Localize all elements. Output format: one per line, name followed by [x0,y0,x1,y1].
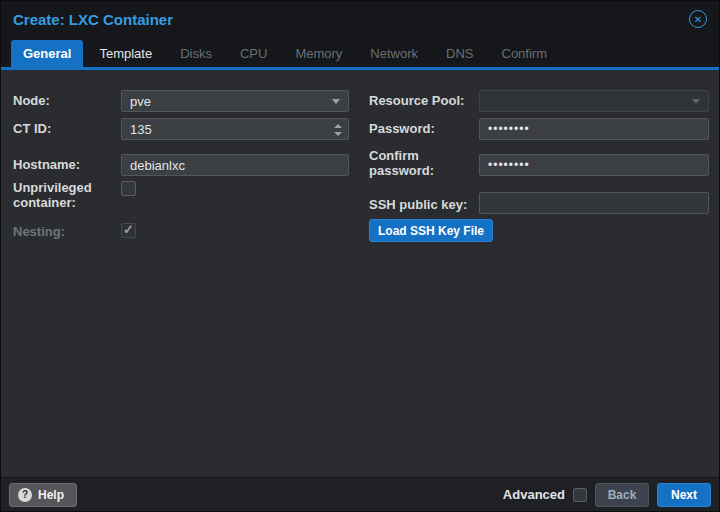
advanced-label: Advanced [503,487,565,502]
ctid-stepper[interactable] [121,118,349,140]
password-label: Password: [369,121,473,136]
password-field [479,118,709,140]
nesting-label: Nesting: [13,224,113,239]
ssh-key-field [479,192,709,214]
hostname-input[interactable] [130,155,340,175]
spinner-down-icon[interactable] [334,132,342,136]
stepper-icons [334,124,342,136]
close-icon[interactable]: ✕ [689,10,707,28]
chevron-down-icon [692,99,700,104]
ctid-label: CT ID: [13,121,113,136]
tab-bar: General Template Disks CPU Memory Networ… [1,37,719,70]
confirm-password-label: Confirm password: [369,148,473,178]
ssh-key-label: SSH public key: [369,197,473,212]
node-value: pve [130,94,151,109]
confirm-password-input[interactable] [488,155,700,175]
tab-memory: Memory [283,40,354,67]
hostname-label: Hostname: [13,157,113,172]
advanced-checkbox[interactable] [573,488,587,502]
tab-confirm: Confirm [490,40,560,67]
nesting-checkbox [121,223,136,238]
tab-cpu: CPU [228,40,279,67]
spinner-up-icon[interactable] [334,124,342,128]
ctid-input[interactable] [130,119,330,139]
resource-pool-label: Resource Pool: [369,93,473,108]
chevron-down-icon [332,99,340,104]
unprivileged-checkbox[interactable] [121,181,136,196]
tab-network: Network [358,40,430,67]
node-combo[interactable]: pve [121,90,349,112]
tab-general[interactable]: General [11,40,83,67]
unprivileged-label: Unprivileged container: [13,180,113,210]
ssh-key-input[interactable] [488,193,700,213]
load-ssh-key-button[interactable]: Load SSH Key File [369,219,493,242]
create-lxc-dialog: Create: LXC Container ✕ General Template… [0,0,720,512]
node-label: Node: [13,93,113,108]
footer-bar: ? Help Advanced Back Next [1,477,719,511]
form-area: Node: pve Resource Pool: CT ID: Password… [1,73,719,477]
dialog-title: Create: LXC Container [13,11,689,28]
confirm-password-field [479,154,709,176]
close-glyph: ✕ [694,14,702,25]
hostname-field [121,154,349,176]
next-button[interactable]: Next [657,483,711,507]
tab-template[interactable]: Template [87,40,164,67]
password-input[interactable] [488,119,700,139]
help-label: Help [38,488,64,502]
back-button: Back [595,483,649,507]
help-button[interactable]: ? Help [9,483,77,507]
footer-actions: Advanced Back Next [503,483,711,507]
tab-disks: Disks [168,40,224,67]
help-icon: ? [18,488,32,502]
titlebar: Create: LXC Container ✕ [1,1,719,37]
resource-pool-combo[interactable] [479,90,709,112]
tab-dns: DNS [434,40,485,67]
